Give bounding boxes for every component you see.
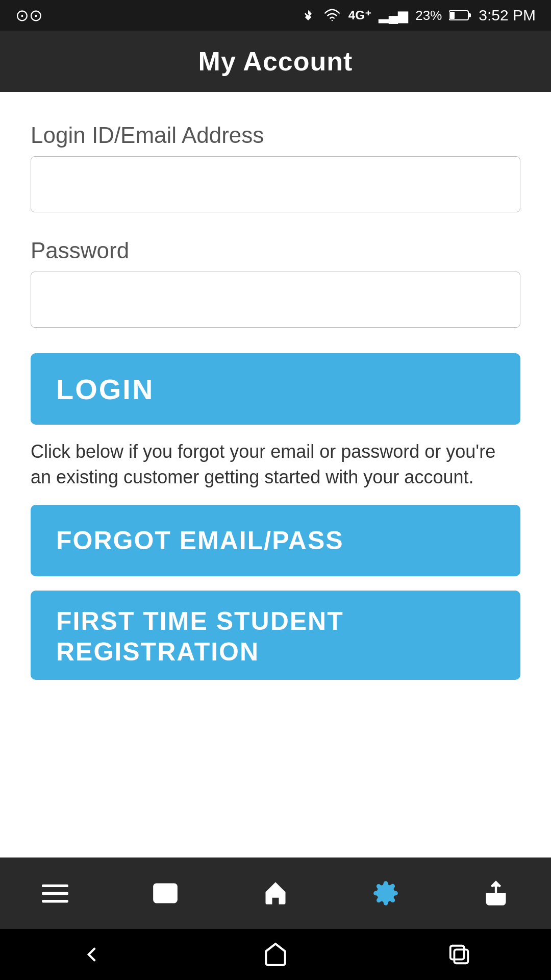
android-nav-bar (0, 929, 551, 980)
status-right: 4G⁺ ▂▄▆ 23% 3:52 PM (300, 6, 536, 24)
share-icon (483, 880, 509, 906)
bottom-nav (0, 857, 551, 929)
recents-icon (447, 943, 471, 966)
password-field-group: Password (31, 238, 520, 328)
app-header: My Account (0, 31, 551, 92)
page-title: My Account (198, 46, 353, 77)
svg-rect-3 (42, 885, 68, 887)
email-input[interactable] (31, 156, 520, 212)
home-icon (262, 880, 289, 906)
svg-rect-9 (454, 949, 468, 963)
email-field-group: Login ID/Email Address (31, 122, 520, 212)
nav-home[interactable] (250, 868, 301, 919)
battery-icon (449, 9, 471, 21)
network-indicator: 4G⁺ (348, 8, 371, 22)
password-label: Password (31, 238, 520, 263)
main-content: Login ID/Email Address Password LOGIN Cl… (0, 92, 551, 857)
android-back-button[interactable] (71, 934, 112, 975)
android-home-icon (263, 942, 288, 967)
password-input[interactable] (31, 272, 520, 328)
nav-messages[interactable] (140, 868, 191, 919)
status-bar: ⊙⊙ 4G⁺ ▂▄▆ 23% 3:52 PM (0, 0, 551, 31)
menu-icon (42, 880, 68, 906)
register-button[interactable]: FIRST TIME STUDENT REGISTRATION (31, 591, 520, 680)
voicemail-icon: ⊙⊙ (15, 6, 43, 25)
login-button[interactable]: LOGIN (31, 353, 520, 425)
signal-bars: ▂▄▆ (379, 8, 408, 23)
nav-share[interactable] (470, 868, 521, 919)
settings-icon (372, 880, 399, 906)
svg-rect-5 (42, 900, 68, 902)
bluetooth-icon (300, 6, 316, 24)
nav-menu[interactable] (30, 868, 81, 919)
svg-rect-8 (450, 946, 464, 960)
status-left: ⊙⊙ (15, 6, 43, 25)
messages-icon (152, 880, 179, 906)
battery-percent: 23% (415, 8, 442, 23)
nav-settings[interactable] (360, 868, 411, 919)
svg-rect-1 (450, 12, 455, 19)
helper-text: Click below if you forgot your email or … (31, 439, 520, 491)
email-label: Login ID/Email Address (31, 122, 520, 148)
svg-rect-4 (42, 892, 68, 895)
android-recents-button[interactable] (439, 934, 480, 975)
wifi-icon (323, 8, 341, 23)
android-home-button[interactable] (255, 934, 296, 975)
forgot-button[interactable]: FORGOT EMAIL/PASS (31, 505, 520, 576)
status-time: 3:52 PM (479, 7, 536, 24)
svg-rect-2 (468, 13, 471, 17)
back-icon (79, 942, 105, 967)
